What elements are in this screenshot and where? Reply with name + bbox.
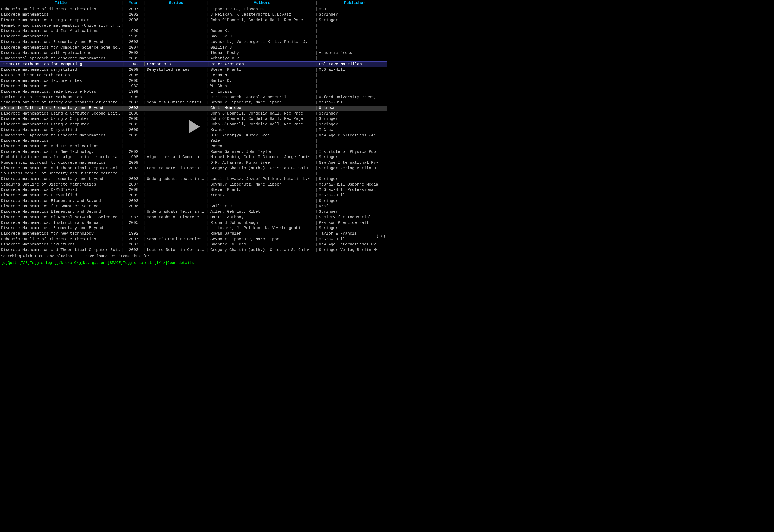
data-rows[interactable]: Schaum's outline of discrete mathematics… xyxy=(0,7,387,253)
table-row[interactable]: Discrete Mathematics Elementary and Beyo… xyxy=(0,209,387,215)
cell-title: Discrete mathematics: elementary and bey… xyxy=(0,177,121,182)
table-row[interactable]: Geometry and discrete mathematics (Unive… xyxy=(0,23,387,29)
pipe: | xyxy=(143,45,146,51)
table-row[interactable]: Discrete Mathematics DeMYSTiFied | 2008 … xyxy=(0,187,387,193)
table-row[interactable]: Discrete Mathematics Elementary and Beyo… xyxy=(0,198,387,204)
table-row[interactable]: Discrete Mathematics | 1982 | | W. Chen … xyxy=(0,84,387,89)
cell-publisher: McGraw xyxy=(318,127,387,133)
pipe-2: | xyxy=(143,1,146,6)
pipe: | xyxy=(143,12,146,18)
table-row[interactable]: Discrete Mathematics Demystified | 2009 … xyxy=(0,193,387,198)
cell-publisher: Institute of Physics Pub xyxy=(318,149,387,155)
pipe: | xyxy=(143,116,146,122)
table-row[interactable]: Schaum's outline of discrete mathematics… xyxy=(0,7,387,12)
pipe: | xyxy=(315,116,318,122)
header-series: Series xyxy=(146,1,206,6)
pipe: | xyxy=(206,171,209,177)
cell-authors: Seymour Lipschutz, Marc Lipson xyxy=(209,237,315,242)
cell-authors: Krantz xyxy=(209,127,315,133)
table-row[interactable]: Discrete Mathematics and Theoretical Com… xyxy=(0,248,387,253)
pipe: | xyxy=(121,237,124,242)
pipe: | xyxy=(315,144,318,149)
table-row[interactable]: Discrete Mathematics: Instructorâ s Manu… xyxy=(0,220,387,226)
cell-year: 2002 xyxy=(124,12,143,18)
cell-title: Fundamental approach to discrete mathema… xyxy=(0,56,121,61)
table-row[interactable]: Discrete mathematics demystified | 2009 … xyxy=(0,67,387,73)
table-row[interactable]: Discrete mathematics | 2002 | | J.Peilka… xyxy=(0,12,387,18)
cell-title: Discrete Mathematics And Its Application… xyxy=(0,144,121,149)
table-row[interactable]: Discrete Mathematics Structures | 2007 |… xyxy=(0,242,387,248)
cell-year: 1999 xyxy=(124,89,143,95)
cell-title: Solutions Manual of Geometry and Discret… xyxy=(0,171,121,177)
cell-title: Discrete Mathematics. Yale Lecture Notes xyxy=(0,89,121,95)
table-row[interactable]: Discrete Mathematics And Its Application… xyxy=(0,144,387,149)
table-row[interactable]: Probabilistic methods for algorithmic di… xyxy=(0,155,387,160)
table-row[interactable]: »Discrete Mathematics Elementary and Bey… xyxy=(0,106,387,111)
table-row[interactable]: Discrete mathematics for new technology … xyxy=(0,231,387,237)
table-row[interactable]: Discrete Mathematics with Applications |… xyxy=(0,50,387,56)
pipe: | xyxy=(143,166,146,171)
table-row[interactable]: Schaum's Outline of Discrete Mathematics… xyxy=(0,237,387,242)
table-row[interactable]: Schaum's Outline of Discrete Mathematics… xyxy=(0,182,387,188)
table-row[interactable]: Discrete mathematics using a computer | … xyxy=(0,122,387,127)
table-row[interactable]: Discrete Mathematics. Elementary and Bey… xyxy=(0,226,387,231)
cell-title: »Discrete Mathematics Elementary and Bey… xyxy=(0,106,121,111)
header-row: Title | Year | Series | Authors | Publis… xyxy=(0,0,387,7)
header-publisher: Publisher xyxy=(318,1,387,6)
cell-year: 2007 xyxy=(124,237,143,242)
table-row[interactable]: Solutions Manual of Geometry and Discret… xyxy=(0,171,387,177)
cell-publisher: McGraw-Hill xyxy=(318,100,387,106)
pipe: | xyxy=(315,242,318,248)
hotkey-bar: [q]Quit [TAB]Toggle log [j/k d/u G/g]Nav… xyxy=(0,260,387,266)
table-row[interactable]: Discrete Mathematics for Computer Scienc… xyxy=(0,45,387,51)
pipe: | xyxy=(315,12,318,18)
pipe: | xyxy=(121,187,124,193)
table-row[interactable]: Discrete Mathematics for New Technology … xyxy=(0,149,387,155)
cell-authors: Peter Grossman xyxy=(210,62,315,67)
pipe: | xyxy=(315,100,318,106)
table-row[interactable]: Notes on discrete mathematics | 2005 | |… xyxy=(0,73,387,78)
table-row[interactable]: Discrete Mathematics for Computer Scienc… xyxy=(0,204,387,209)
pipe: | xyxy=(206,40,209,45)
table-row[interactable]: Discrete mathematics for computing | 200… xyxy=(0,61,387,68)
pipe: | xyxy=(315,198,318,204)
table-row[interactable]: Discrete mathematics lecture notes | 200… xyxy=(0,78,387,84)
table-row[interactable]: Fundamental approach to discrete mathema… xyxy=(0,56,387,61)
table-row[interactable]: Discrete Mathematics: Elementary and Bey… xyxy=(0,40,387,45)
pipe: | xyxy=(206,67,209,73)
pipe: | xyxy=(122,62,125,67)
cell-authors: Michel Habib, Colin McDiarmid, Jorge Ram… xyxy=(209,155,315,160)
cell-authors: Seymour Lipschutz, Marc Lipson xyxy=(209,182,315,188)
cell-publisher: Draft xyxy=(318,204,387,209)
table-row[interactable]: Invitation to Discrete Mathematics | 199… xyxy=(0,95,387,100)
table-row[interactable]: Fundamental approach to discrete mathema… xyxy=(0,160,387,166)
table-row[interactable]: Discrete Mathematics. Yale Lecture Notes… xyxy=(0,89,387,95)
pipe: | xyxy=(143,187,146,193)
cell-authors: Lerma M. xyxy=(209,73,315,78)
table-row[interactable]: Discrete Mathematics Demystified | 2009 … xyxy=(0,127,387,133)
pipe: | xyxy=(121,226,124,231)
pipe: | xyxy=(121,138,124,144)
table-row[interactable]: Discrete Mathematics of Neural Networks:… xyxy=(0,215,387,220)
cell-year: 2005 xyxy=(124,56,143,61)
pipe: | xyxy=(315,89,318,95)
table-row[interactable]: Discrete Mathematics Using a Computer | … xyxy=(0,116,387,122)
pipe: | xyxy=(206,138,209,144)
table-row[interactable]: Discrete Mathematics and Theoretical Com… xyxy=(0,166,387,171)
table-row[interactable]: Fundamental Approach to Discrete Mathema… xyxy=(0,133,387,139)
cell-publisher: Springer xyxy=(318,12,387,18)
pipe: | xyxy=(206,182,209,188)
table-row[interactable]: Discrete Mathematics | 1995 | | Saxl Dr.… xyxy=(0,34,387,40)
pipe: | xyxy=(143,226,146,231)
pipe: | xyxy=(121,149,124,155)
cell-year: 2009 xyxy=(124,67,143,73)
pipe: | xyxy=(143,193,146,198)
table-row[interactable]: Discrete mathematics: elementary and bey… xyxy=(0,177,387,182)
pipe: | xyxy=(206,149,209,155)
table-row[interactable]: Discrete Mathematics and Its Application… xyxy=(0,29,387,34)
pipe: | xyxy=(121,204,124,209)
table-row[interactable]: Discrete mathematics using a computer | … xyxy=(0,18,387,23)
table-row[interactable]: Discrete Mathematics Using a Computer Se… xyxy=(0,111,387,117)
table-row[interactable]: Schaum's outline of theory and problems … xyxy=(0,100,387,106)
table-row[interactable]: Discrete Mathematics | | | Yale | | ~ xyxy=(0,138,387,144)
